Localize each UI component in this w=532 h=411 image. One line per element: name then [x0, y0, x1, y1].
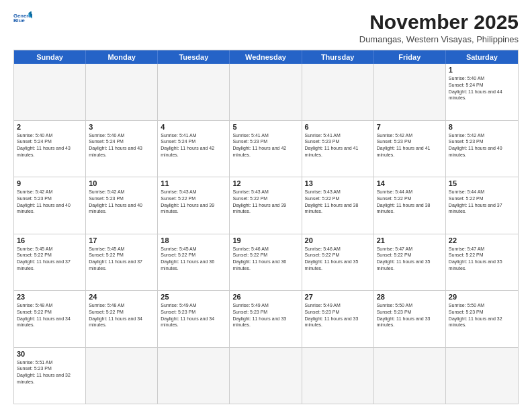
- day-cell-19: 19Sunrise: 5:46 AMSunset: 5:22 PMDayligh…: [230, 234, 302, 291]
- empty-cell: [230, 348, 302, 404]
- calendar-row-1: 2Sunrise: 5:40 AMSunset: 5:24 PMDaylight…: [14, 121, 518, 178]
- day-number: 6: [305, 123, 371, 131]
- calendar-row-4: 23Sunrise: 5:48 AMSunset: 5:22 PMDayligh…: [14, 291, 518, 348]
- cell-info: Sunrise: 5:43 AMSunset: 5:22 PMDaylight:…: [161, 189, 226, 215]
- day-number: 14: [377, 179, 443, 187]
- day-number: 1: [449, 66, 515, 74]
- day-number: 5: [232, 123, 298, 131]
- day-number: 4: [161, 123, 226, 131]
- day-cell-12: 12Sunrise: 5:43 AMSunset: 5:22 PMDayligh…: [230, 177, 302, 234]
- cell-info: Sunrise: 5:45 AMSunset: 5:22 PMDaylight:…: [89, 246, 154, 272]
- cell-info: Sunrise: 5:51 AMSunset: 5:23 PMDaylight:…: [17, 359, 83, 385]
- day-number: 25: [161, 293, 226, 301]
- empty-cell: [302, 64, 374, 120]
- page: General Blue November 2025 Dumangas, Wes…: [0, 0, 532, 411]
- cell-info: Sunrise: 5:42 AMSunset: 5:23 PMDaylight:…: [449, 132, 515, 158]
- day-cell-2: 2Sunrise: 5:40 AMSunset: 5:24 PMDaylight…: [14, 121, 86, 177]
- day-header-friday: Friday: [374, 50, 446, 64]
- svg-text:Blue: Blue: [13, 17, 25, 24]
- day-number: 11: [161, 179, 226, 187]
- day-number: 27: [305, 293, 371, 301]
- calendar-body: 1Sunrise: 5:40 AMSunset: 5:24 PMDaylight…: [14, 64, 518, 404]
- cell-info: Sunrise: 5:49 AMSunset: 5:23 PMDaylight:…: [232, 302, 298, 328]
- cell-info: Sunrise: 5:46 AMSunset: 5:22 PMDaylight:…: [305, 246, 371, 272]
- empty-cell: [86, 348, 158, 404]
- day-header-wednesday: Wednesday: [230, 50, 302, 64]
- day-number: 16: [17, 236, 83, 244]
- day-number: 29: [449, 293, 515, 301]
- day-number: 2: [17, 123, 83, 131]
- day-number: 23: [17, 293, 83, 301]
- cell-info: Sunrise: 5:44 AMSunset: 5:22 PMDaylight:…: [449, 189, 515, 215]
- day-cell-4: 4Sunrise: 5:41 AMSunset: 5:24 PMDaylight…: [158, 121, 230, 177]
- calendar: SundayMondayTuesdayWednesdayThursdayFrid…: [13, 50, 519, 404]
- day-number: 13: [305, 179, 371, 187]
- cell-info: Sunrise: 5:45 AMSunset: 5:22 PMDaylight:…: [17, 246, 83, 272]
- cell-info: Sunrise: 5:41 AMSunset: 5:23 PMDaylight:…: [305, 132, 371, 158]
- empty-cell: [302, 348, 374, 404]
- location: Dumangas, Western Visayas, Philippines: [359, 34, 519, 44]
- day-cell-11: 11Sunrise: 5:43 AMSunset: 5:22 PMDayligh…: [158, 177, 230, 234]
- day-number: 9: [17, 179, 83, 187]
- empty-cell: [86, 64, 158, 120]
- day-cell-24: 24Sunrise: 5:48 AMSunset: 5:22 PMDayligh…: [86, 291, 158, 347]
- day-cell-5: 5Sunrise: 5:41 AMSunset: 5:23 PMDaylight…: [230, 121, 302, 177]
- cell-info: Sunrise: 5:40 AMSunset: 5:24 PMDaylight:…: [449, 75, 515, 101]
- day-number: 12: [232, 179, 298, 187]
- title-block: November 2025 Dumangas, Western Visayas,…: [359, 11, 519, 44]
- day-number: 26: [232, 293, 298, 301]
- cell-info: Sunrise: 5:49 AMSunset: 5:23 PMDaylight:…: [161, 302, 226, 328]
- day-header-tuesday: Tuesday: [158, 50, 230, 64]
- cell-info: Sunrise: 5:43 AMSunset: 5:22 PMDaylight:…: [305, 189, 371, 215]
- day-cell-18: 18Sunrise: 5:45 AMSunset: 5:22 PMDayligh…: [158, 234, 230, 291]
- day-number: 10: [89, 179, 154, 187]
- day-cell-13: 13Sunrise: 5:43 AMSunset: 5:22 PMDayligh…: [302, 177, 374, 234]
- cell-info: Sunrise: 5:40 AMSunset: 5:24 PMDaylight:…: [17, 132, 83, 158]
- day-header-thursday: Thursday: [302, 50, 374, 64]
- day-cell-3: 3Sunrise: 5:40 AMSunset: 5:24 PMDaylight…: [86, 121, 158, 177]
- empty-cell: [230, 64, 302, 120]
- day-number: 15: [449, 179, 515, 187]
- day-cell-20: 20Sunrise: 5:46 AMSunset: 5:22 PMDayligh…: [302, 234, 374, 291]
- day-cell-23: 23Sunrise: 5:48 AMSunset: 5:22 PMDayligh…: [14, 291, 86, 347]
- day-cell-17: 17Sunrise: 5:45 AMSunset: 5:22 PMDayligh…: [86, 234, 158, 291]
- day-header-saturday: Saturday: [446, 50, 518, 64]
- cell-info: Sunrise: 5:48 AMSunset: 5:22 PMDaylight:…: [89, 302, 154, 328]
- month-title: November 2025: [359, 11, 519, 33]
- calendar-row-2: 9Sunrise: 5:42 AMSunset: 5:23 PMDaylight…: [14, 177, 518, 234]
- cell-info: Sunrise: 5:43 AMSunset: 5:22 PMDaylight:…: [232, 189, 298, 215]
- day-number: 21: [377, 236, 443, 244]
- day-number: 7: [377, 123, 443, 131]
- logo: General Blue: [13, 11, 32, 26]
- day-number: 18: [161, 236, 226, 244]
- day-cell-22: 22Sunrise: 5:47 AMSunset: 5:22 PMDayligh…: [446, 234, 518, 291]
- day-cell-1: 1Sunrise: 5:40 AMSunset: 5:24 PMDaylight…: [446, 64, 518, 120]
- empty-cell: [374, 64, 446, 120]
- cell-info: Sunrise: 5:47 AMSunset: 5:22 PMDaylight:…: [377, 246, 443, 272]
- calendar-header: SundayMondayTuesdayWednesdayThursdayFrid…: [14, 50, 518, 64]
- cell-info: Sunrise: 5:50 AMSunset: 5:23 PMDaylight:…: [449, 302, 515, 328]
- day-cell-27: 27Sunrise: 5:49 AMSunset: 5:23 PMDayligh…: [302, 291, 374, 347]
- cell-info: Sunrise: 5:47 AMSunset: 5:22 PMDaylight:…: [449, 246, 515, 272]
- day-number: 28: [377, 293, 443, 301]
- day-header-sunday: Sunday: [14, 50, 86, 64]
- day-number: 19: [232, 236, 298, 244]
- cell-info: Sunrise: 5:49 AMSunset: 5:23 PMDaylight:…: [305, 302, 371, 328]
- calendar-row-5: 30Sunrise: 5:51 AMSunset: 5:23 PMDayligh…: [14, 348, 518, 404]
- cell-info: Sunrise: 5:40 AMSunset: 5:24 PMDaylight:…: [89, 132, 154, 158]
- cell-info: Sunrise: 5:45 AMSunset: 5:22 PMDaylight:…: [161, 246, 226, 272]
- day-number: 20: [305, 236, 371, 244]
- day-cell-26: 26Sunrise: 5:49 AMSunset: 5:23 PMDayligh…: [230, 291, 302, 347]
- empty-cell: [446, 348, 518, 404]
- day-header-monday: Monday: [86, 50, 158, 64]
- day-number: 17: [89, 236, 154, 244]
- empty-cell: [374, 348, 446, 404]
- calendar-row-0: 1Sunrise: 5:40 AMSunset: 5:24 PMDaylight…: [14, 64, 518, 121]
- cell-info: Sunrise: 5:41 AMSunset: 5:24 PMDaylight:…: [161, 132, 226, 158]
- day-cell-16: 16Sunrise: 5:45 AMSunset: 5:22 PMDayligh…: [14, 234, 86, 291]
- day-cell-15: 15Sunrise: 5:44 AMSunset: 5:22 PMDayligh…: [446, 177, 518, 234]
- day-cell-25: 25Sunrise: 5:49 AMSunset: 5:23 PMDayligh…: [158, 291, 230, 347]
- day-cell-14: 14Sunrise: 5:44 AMSunset: 5:22 PMDayligh…: [374, 177, 446, 234]
- day-number: 30: [17, 350, 83, 358]
- empty-cell: [158, 348, 230, 404]
